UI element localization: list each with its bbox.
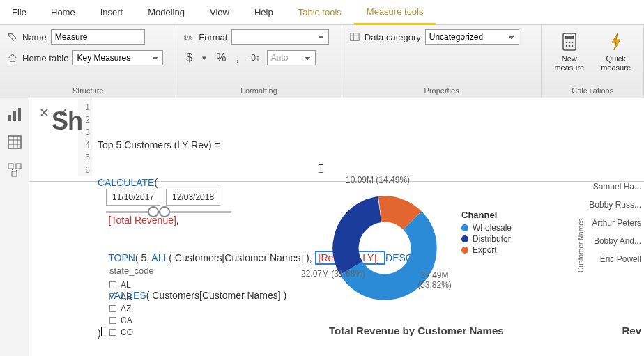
axis-tick: Bobby Russ... — [589, 200, 641, 210]
svg-rect-2 — [351, 33, 359, 41]
customer-axis-labels: Samuel Ha... Bobby Russ... Arthur Peters… — [589, 182, 641, 272]
data-view-icon[interactable] — [7, 134, 22, 150]
donut-chart[interactable]: 10.09M (14.49%) 22.07M (31.68%) 37.49M (… — [315, 178, 454, 318]
decimals-input[interactable] — [267, 50, 316, 65]
group-properties: Properties — [349, 86, 535, 98]
checkbox-icon[interactable] — [109, 305, 116, 312]
svg-text:$%: $% — [184, 34, 193, 41]
home-table-select[interactable] — [72, 50, 163, 65]
currency-dropdown[interactable]: ▾ — [199, 54, 209, 63]
y-axis-label: Customer Names — [577, 218, 585, 272]
new-measure-label: New measure — [554, 54, 584, 72]
state-item[interactable]: AR — [109, 292, 154, 302]
report-view-icon[interactable] — [7, 107, 22, 122]
currency-button[interactable]: $ — [183, 52, 195, 64]
data-category-select[interactable] — [425, 29, 519, 45]
data-label-wholesale: 37.49M (53.82%) — [415, 270, 454, 291]
legend-item[interactable]: Export — [461, 245, 512, 255]
quick-measure-label: Quick measure — [601, 54, 631, 72]
state-item[interactable]: CO — [109, 327, 154, 337]
svg-rect-22 — [16, 164, 21, 169]
category-icon — [349, 31, 360, 42]
background-watermark: Sh — [52, 115, 82, 127]
svg-point-12 — [571, 45, 573, 47]
axis-tick: Samuel Ha... — [589, 182, 641, 192]
tab-view[interactable]: View — [197, 1, 242, 24]
svg-point-10 — [565, 45, 567, 47]
svg-point-7 — [565, 42, 567, 44]
legend-item[interactable]: Distributor — [461, 234, 512, 244]
chart-title-main: Total Revenue by Customer Names — [329, 325, 504, 336]
format-select[interactable] — [231, 29, 329, 45]
svg-line-25 — [15, 169, 18, 171]
name-label: Name — [22, 32, 47, 42]
group-formatting: Formatting — [183, 86, 335, 98]
name-input[interactable] — [51, 29, 145, 45]
date-slicer[interactable]: 11/10/2017 12/03/2018 — [106, 189, 220, 206]
text-cursor-icon: 𝙸 — [316, 162, 325, 175]
state-item[interactable]: AL — [109, 280, 154, 290]
decimals-icon: .0↕ — [246, 53, 263, 63]
svg-rect-15 — [18, 108, 21, 121]
tag-icon — [7, 31, 18, 42]
cancel-formula-icon[interactable]: ✕ — [39, 105, 49, 121]
tab-insert[interactable]: Insert — [88, 1, 136, 24]
svg-point-9 — [571, 42, 573, 44]
quick-measure-button[interactable]: Quick measure — [595, 29, 636, 86]
data-label-distributor: 22.07M (31.68%) — [301, 269, 365, 279]
checkbox-icon[interactable] — [109, 317, 116, 324]
date-end[interactable]: 12/03/2018 — [166, 189, 220, 206]
format-icon: $% — [183, 31, 194, 42]
svg-rect-13 — [8, 115, 11, 121]
state-item[interactable]: CA — [109, 316, 154, 325]
date-start[interactable]: 11/10/2017 — [106, 189, 160, 206]
svg-line-24 — [11, 169, 14, 171]
lightning-icon — [606, 32, 626, 52]
tab-measure-tools[interactable]: Measure tools — [354, 0, 436, 25]
chart-title-right: Rev — [622, 325, 641, 336]
state-item[interactable]: AZ — [109, 304, 154, 314]
legend-title: Channel — [461, 210, 512, 220]
group-structure: Structure — [7, 86, 169, 98]
model-view-icon[interactable] — [7, 162, 22, 178]
svg-point-8 — [568, 42, 570, 44]
tab-help[interactable]: Help — [242, 1, 286, 24]
swatch-icon — [461, 247, 468, 254]
slider-handle-left[interactable] — [148, 206, 159, 217]
checkbox-icon[interactable] — [109, 281, 116, 288]
svg-rect-6 — [565, 36, 574, 39]
svg-rect-16 — [8, 136, 21, 148]
home-icon — [7, 52, 18, 63]
chart-legend: Channel Wholesale Distributor Export — [461, 210, 512, 256]
data-label-export: 10.09M (14.49%) — [346, 175, 410, 185]
swatch-icon — [461, 224, 468, 231]
svg-point-11 — [568, 45, 570, 47]
calculator-icon — [560, 32, 579, 52]
axis-tick: Bobby And... — [589, 236, 641, 246]
file-menu[interactable]: File — [0, 1, 38, 24]
slider-handle-right[interactable] — [159, 206, 170, 217]
svg-point-0 — [10, 35, 11, 36]
axis-tick: Arthur Peters — [589, 218, 641, 228]
percent-button[interactable]: % — [213, 52, 229, 64]
home-table-label: Home table — [22, 53, 68, 63]
state-slicer-title: state_code — [109, 265, 154, 276]
legend-item[interactable]: Wholesale — [461, 223, 512, 233]
svg-rect-21 — [8, 164, 13, 169]
checkbox-icon[interactable] — [109, 329, 116, 336]
format-label: Format — [199, 32, 227, 42]
tab-modeling[interactable]: Modeling — [135, 1, 197, 24]
state-slicer[interactable]: state_code AL AR AZ CA CO — [109, 265, 154, 339]
svg-rect-23 — [12, 171, 17, 176]
checkbox-icon[interactable] — [109, 293, 116, 300]
svg-rect-14 — [13, 111, 16, 121]
group-calculations: Calculations — [549, 86, 636, 98]
new-measure-button[interactable]: New measure — [549, 29, 590, 86]
axis-tick: Eric Powell — [589, 254, 641, 264]
formula-bar[interactable]: ✕ ✓ 123456 Sh Top 5 Customers (LY Rev) =… — [29, 98, 644, 182]
comma-button[interactable]: , — [233, 52, 241, 64]
tab-home[interactable]: Home — [38, 1, 88, 24]
date-slider[interactable] — [106, 211, 231, 213]
swatch-icon — [461, 235, 468, 242]
tab-table-tools[interactable]: Table tools — [286, 1, 354, 24]
